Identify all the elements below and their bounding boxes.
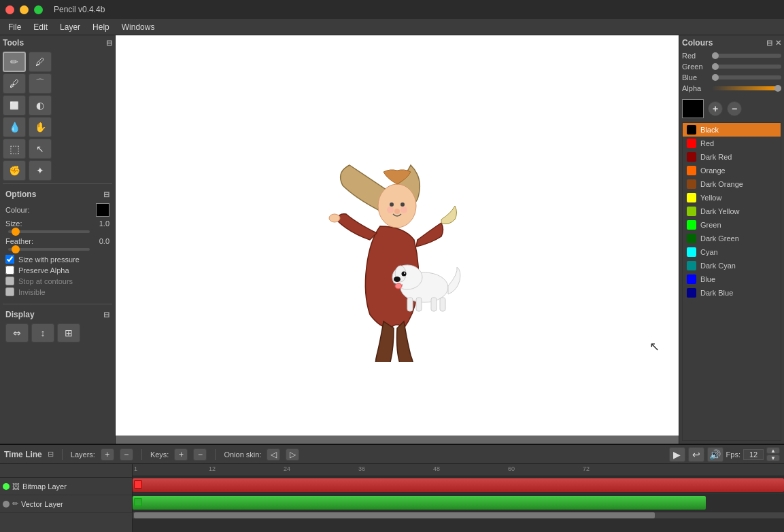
green-slider-thumb[interactable] bbox=[712, 63, 719, 70]
minimize-button[interactable] bbox=[20, 5, 29, 14]
timeline-scroll-thumb[interactable] bbox=[134, 512, 655, 518]
menu-edit[interactable]: Edit bbox=[28, 21, 53, 33]
flip-h-button[interactable]: ⇔ bbox=[5, 323, 29, 342]
stop-contours-checkbox[interactable] bbox=[5, 277, 14, 285]
fps-down-button[interactable]: ▼ bbox=[766, 455, 780, 461]
display-title: Display bbox=[5, 310, 35, 319]
alpha-slider-track[interactable] bbox=[712, 86, 781, 90]
colour-item-label: Cyan bbox=[700, 248, 718, 256]
alpha-slider-row: Alpha bbox=[682, 84, 781, 92]
remove-layer-button[interactable]: − bbox=[120, 448, 133, 461]
colour-list-item[interactable]: Dark Green bbox=[683, 232, 781, 245]
bitmap-layer-row[interactable]: 🖼 Bitmap Layer bbox=[0, 478, 132, 495]
svg-point-1 bbox=[390, 202, 394, 207]
vector-frame-track[interactable] bbox=[133, 494, 784, 512]
colour-list-item[interactable]: Dark Cyan bbox=[683, 259, 781, 272]
pointer-tool[interactable]: ↖ bbox=[29, 139, 52, 159]
svg-point-13 bbox=[395, 283, 402, 289]
display-collapse-icon[interactable]: ⊟ bbox=[103, 311, 109, 319]
tools-collapse-icon[interactable]: ⊟ bbox=[106, 39, 112, 48]
flip-v-button[interactable]: ↕ bbox=[31, 323, 54, 342]
colour-list-item[interactable]: Yellow bbox=[683, 191, 781, 205]
vector-keyframe-1[interactable] bbox=[134, 498, 142, 506]
colour-list-item[interactable]: Dark Yellow bbox=[683, 205, 781, 218]
colour-list-item[interactable]: Orange bbox=[683, 164, 781, 177]
size-pressure-label: Size with pressure bbox=[18, 255, 80, 264]
colour-swatch[interactable] bbox=[96, 203, 109, 217]
menu-file[interactable]: File bbox=[3, 21, 27, 33]
invisible-checkbox[interactable] bbox=[5, 287, 14, 296]
colour-list-item[interactable]: Dark Red bbox=[683, 150, 781, 164]
fps-input[interactable]: 12 bbox=[743, 449, 764, 460]
colour-list-item[interactable]: Red bbox=[683, 137, 781, 150]
select-rect-tool[interactable]: ⬚ bbox=[3, 139, 26, 159]
menu-layer[interactable]: Layer bbox=[54, 21, 86, 33]
eraser-tool[interactable]: ⬜ bbox=[3, 95, 26, 116]
menu-help[interactable]: Help bbox=[87, 21, 115, 33]
play-button[interactable]: ▶ bbox=[669, 447, 685, 462]
wand-tool[interactable]: ✦ bbox=[29, 160, 52, 181]
size-slider-track[interactable] bbox=[8, 230, 90, 233]
size-pressure-checkbox[interactable] bbox=[5, 255, 14, 264]
onion-next-button[interactable]: ▷ bbox=[286, 448, 299, 461]
colour-list-item[interactable]: Blue bbox=[683, 272, 781, 286]
fps-up-button[interactable]: ▲ bbox=[766, 447, 780, 454]
pen-tool[interactable]: 🖊 bbox=[29, 52, 52, 72]
ink-tool[interactable]: 🖋 bbox=[3, 73, 26, 94]
menu-windows[interactable]: Windows bbox=[116, 21, 160, 33]
pan-tool[interactable]: ✊ bbox=[3, 160, 26, 181]
timeline-collapse-icon[interactable]: ⊟ bbox=[48, 450, 54, 459]
feather-slider-track[interactable] bbox=[8, 248, 90, 251]
red-slider-row: Red bbox=[682, 52, 781, 60]
colour-list-item[interactable]: Green bbox=[683, 218, 781, 232]
bitmap-keyframe-1[interactable] bbox=[134, 480, 142, 489]
vector-layer-type-icon: ✏ bbox=[12, 499, 18, 508]
eyedropper-tool[interactable]: 💧 bbox=[3, 117, 26, 137]
colours-restore-icon[interactable]: ⊟ bbox=[766, 39, 772, 48]
blue-slider-thumb[interactable] bbox=[712, 74, 719, 81]
size-slider-thumb[interactable] bbox=[12, 228, 20, 236]
add-colour-button[interactable]: + bbox=[708, 101, 723, 116]
sound-button[interactable]: 🔊 bbox=[707, 447, 723, 462]
close-button[interactable] bbox=[5, 5, 14, 14]
preserve-alpha-checkbox[interactable] bbox=[5, 266, 14, 274]
timeline-scroll[interactable] bbox=[133, 512, 784, 518]
feather-slider-thumb[interactable] bbox=[12, 245, 20, 253]
colour-list-item[interactable]: Cyan bbox=[683, 245, 781, 259]
red-slider-thumb[interactable] bbox=[712, 52, 719, 59]
grid-button[interactable]: ⊞ bbox=[57, 323, 80, 342]
canvas-area[interactable]: ↖ bbox=[116, 35, 679, 444]
canvas-scroll-horizontal[interactable] bbox=[116, 436, 679, 444]
bitmap-frame-track[interactable] bbox=[133, 476, 784, 494]
smudge-tool[interactable]: ◐ bbox=[29, 95, 52, 116]
main-layout: Tools ⊟ ✏ 🖊 🖋 ⌒ ⬜ ◐ 💧 ✋ ⬚ ↖ ✊ ✦ Options … bbox=[0, 35, 784, 444]
timeline: Time Line ⊟ Layers: + − Keys: + − Onion … bbox=[0, 444, 784, 532]
timeline-header: Time Line ⊟ Layers: + − Keys: + − Onion … bbox=[0, 445, 784, 464]
colours-close-icon[interactable]: ✕ bbox=[775, 39, 781, 48]
colour-list-item[interactable]: Dark Blue bbox=[683, 286, 781, 300]
colour-list[interactable]: BlackRedDark RedOrangeDark OrangeYellowD… bbox=[682, 122, 781, 441]
colour-item-label: Dark Red bbox=[700, 153, 732, 161]
colour-item-label: Dark Orange bbox=[700, 180, 743, 188]
remove-key-button[interactable]: − bbox=[193, 448, 207, 461]
green-slider-track[interactable] bbox=[712, 65, 781, 69]
blue-slider-track[interactable] bbox=[712, 75, 781, 79]
maximize-button[interactable] bbox=[34, 5, 43, 14]
colour-list-item[interactable]: Dark Orange bbox=[683, 177, 781, 191]
colours-title: Colours bbox=[682, 38, 713, 48]
lasso-tool[interactable]: ⌒ bbox=[29, 73, 52, 94]
remove-colour-button[interactable]: − bbox=[727, 101, 742, 116]
add-layer-button[interactable]: + bbox=[101, 448, 114, 461]
pencil-tool[interactable]: ✏ bbox=[3, 52, 26, 72]
red-slider-track[interactable] bbox=[712, 54, 781, 58]
vector-layer-row[interactable]: ✏ Vector Layer bbox=[0, 495, 132, 513]
colour-item-label: Dark Cyan bbox=[700, 262, 736, 270]
options-collapse-icon[interactable]: ⊟ bbox=[103, 190, 109, 199]
loop-button[interactable]: ↩ bbox=[688, 447, 704, 462]
onion-prev-button[interactable]: ◁ bbox=[267, 448, 280, 461]
colour-list-item[interactable]: Black bbox=[683, 123, 781, 137]
alpha-slider-thumb[interactable] bbox=[774, 85, 781, 92]
green-slider-row: Green bbox=[682, 63, 781, 71]
add-key-button[interactable]: + bbox=[174, 448, 188, 461]
hand-tool[interactable]: ✋ bbox=[29, 117, 52, 137]
